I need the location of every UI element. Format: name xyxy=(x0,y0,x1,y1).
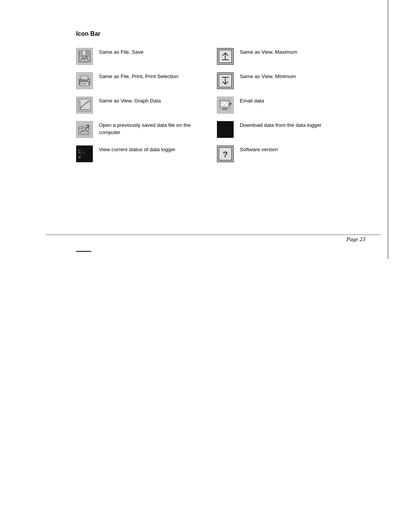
svg-rect-12 xyxy=(88,80,89,81)
icon-grid: Same as File, Save Same as xyxy=(76,44,335,166)
view-min-icon xyxy=(217,72,234,89)
svg-rect-37 xyxy=(223,108,226,109)
list-item: Same as File, Print, Print Selection xyxy=(76,69,194,93)
svg-text:ON: ON xyxy=(78,156,81,158)
list-item: Email data xyxy=(217,93,335,117)
list-item: N 1 Pt. 2 ---- ON View current status of… xyxy=(76,142,194,166)
download-data-label: Download data from the data logger xyxy=(240,121,322,129)
footer-line xyxy=(46,235,381,235)
software-version-label: Software version xyxy=(240,145,278,153)
list-item: Same as View, Graph Data xyxy=(76,93,194,117)
icon-column-right: Same as View, Maximum Same as View, Mini… xyxy=(217,44,335,166)
view-max-icon xyxy=(217,48,234,65)
svg-rect-14 xyxy=(78,99,91,111)
view-status-label: View current status of data logger xyxy=(99,145,175,153)
svg-rect-11 xyxy=(82,84,86,85)
open-file-label: Open a previously saved data file on the… xyxy=(99,121,194,136)
software-version-icon: ? xyxy=(217,145,234,162)
vertical-line xyxy=(388,0,388,259)
list-item: Open a previously saved data file on the… xyxy=(76,117,194,142)
page-container: Icon Bar Same as F xyxy=(0,0,411,532)
svg-rect-8 xyxy=(81,76,88,80)
list-item: Same as File, Save xyxy=(76,44,194,69)
svg-text:?: ? xyxy=(223,150,228,159)
email-data-icon xyxy=(217,97,234,113)
svg-rect-40 xyxy=(218,122,233,137)
list-item: Same as View, Minimum xyxy=(217,69,335,93)
svg-rect-19 xyxy=(79,126,83,128)
list-item: Same as View, Maximum xyxy=(217,44,335,69)
file-print-label: Same as File, Print, Print Selection xyxy=(99,72,178,80)
view-status-icon: N 1 Pt. 2 ---- ON xyxy=(76,145,93,162)
list-item: ? Software version xyxy=(217,142,335,166)
file-save-icon xyxy=(76,48,93,65)
page-number: Page 23 xyxy=(346,236,365,243)
svg-rect-9 xyxy=(80,82,89,86)
file-print-icon xyxy=(76,72,93,89)
list-item: Download data from the data logger xyxy=(217,117,335,142)
view-min-label: Same as View, Minimum xyxy=(240,72,296,80)
svg-rect-3 xyxy=(81,51,83,55)
view-graph-label: Same as View, Graph Data xyxy=(99,97,161,105)
download-data-icon xyxy=(217,121,234,138)
svg-rect-38 xyxy=(222,109,227,110)
view-graph-icon xyxy=(76,97,93,113)
section-divider-line xyxy=(76,251,91,252)
svg-rect-10 xyxy=(82,83,87,84)
open-file-icon xyxy=(76,121,93,138)
file-save-label: Same as File, Save xyxy=(99,48,143,56)
svg-rect-36 xyxy=(221,101,228,106)
icon-column-left: Same as File, Save Same as xyxy=(76,44,194,166)
view-max-label: Same as View, Maximum xyxy=(240,48,297,56)
email-data-label: Email data xyxy=(240,97,264,105)
section-title: Icon Bar xyxy=(76,30,365,37)
